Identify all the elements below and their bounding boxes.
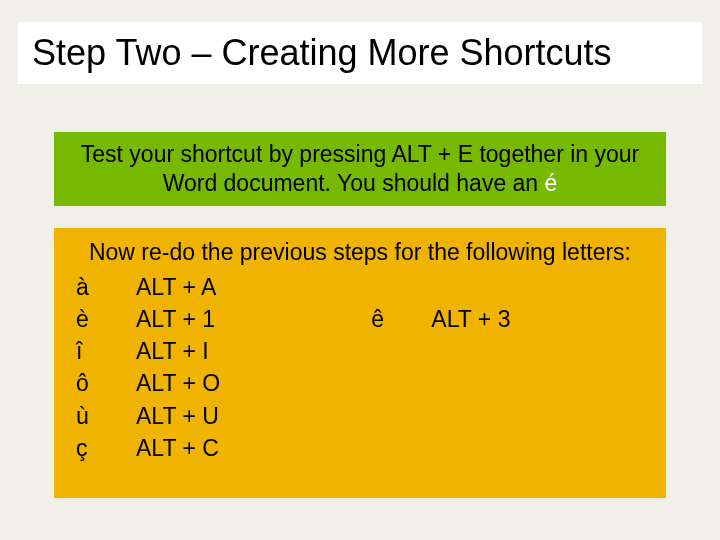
shortcut-row: à ALT + A	[76, 271, 371, 303]
shortcut-row: ô ALT + O	[76, 367, 371, 399]
shortcut-row: î ALT + I	[76, 335, 371, 367]
shortcut-column-left: à ALT + A è ALT + 1 î ALT + I ô ALT + O …	[76, 271, 371, 464]
shortcut-char: î	[76, 335, 136, 367]
slide-title: Step Two – Creating More Shortcuts	[32, 32, 688, 74]
test-shortcut-text: Test your shortcut by pressing ALT + E t…	[72, 140, 648, 198]
shortcut-keys: ALT + 1	[136, 303, 215, 335]
redo-steps-box: Now re-do the previous steps for the fol…	[54, 228, 666, 498]
shortcut-char: ê	[371, 303, 431, 335]
shortcut-char: à	[76, 271, 136, 303]
shortcut-char: è	[76, 303, 136, 335]
shortcut-column-right: ê ALT + 3	[371, 271, 644, 464]
shortcut-keys: ALT + O	[136, 367, 220, 399]
shortcut-row: è ALT + 1	[76, 303, 371, 335]
shortcut-row: ç ALT + C	[76, 432, 371, 464]
shortcut-row: ù ALT + U	[76, 400, 371, 432]
shortcut-keys: ALT + U	[136, 400, 219, 432]
title-box: Step Two – Creating More Shortcuts	[18, 22, 702, 84]
test-shortcut-box: Test your shortcut by pressing ALT + E t…	[54, 132, 666, 206]
shortcut-keys: ALT + I	[136, 335, 209, 367]
shortcut-keys: ALT + A	[136, 271, 216, 303]
redo-heading: Now re-do the previous steps for the fol…	[76, 238, 644, 267]
shortcut-keys: ALT + 3	[431, 303, 510, 335]
shortcut-char: ç	[76, 432, 136, 464]
shortcut-char: ù	[76, 400, 136, 432]
shortcut-char: ô	[76, 367, 136, 399]
shortcut-row: ê ALT + 3	[371, 303, 644, 335]
shortcut-keys: ALT + C	[136, 432, 219, 464]
accent-char-e: é	[545, 170, 558, 196]
shortcut-columns: à ALT + A è ALT + 1 î ALT + I ô ALT + O …	[76, 271, 644, 464]
